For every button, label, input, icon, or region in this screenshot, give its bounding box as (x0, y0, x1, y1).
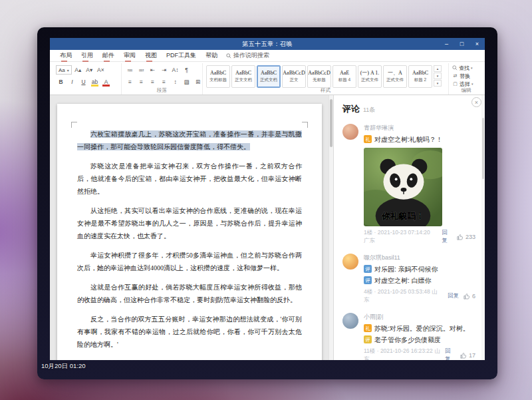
highlight-color-button[interactable]: ab (90, 77, 100, 87)
chevron-down-icon: ▾ (471, 82, 473, 86)
minimize-button[interactable]: – (439, 38, 454, 50)
style-item[interactable]: AaBbCcD 无标题 (307, 65, 331, 88)
paragraph-group-label: 段落 (122, 87, 202, 94)
reply-button[interactable]: 回复 (442, 229, 452, 245)
tab-references[interactable]: 引用 (76, 50, 98, 62)
like-button[interactable]: 6 (464, 293, 475, 300)
comment-item: 噬尔琪basil11 评 对乐园: 亲妈不伺候你 评 对虚空之树: 白嫖你 4楼… (342, 254, 475, 304)
grow-font-button[interactable]: A▴ (73, 65, 83, 75)
style-item[interactable]: AaE 标题 4 (332, 65, 356, 88)
scrollbar-thumb[interactable] (330, 99, 332, 147)
chapter-chat-icon: 评 (364, 265, 372, 273)
replace-button[interactable]: ⇄ 替换 (452, 72, 480, 80)
style-item[interactable]: AaBbC 标题 2 (408, 65, 432, 88)
align-right-button[interactable]: ≡ (148, 77, 158, 87)
styles-scroll-down-button[interactable]: ▾ (434, 73, 442, 79)
like-button[interactable]: 233 (457, 234, 475, 240)
avatar[interactable] (342, 124, 358, 140)
chevron-down-icon: ▾ (471, 66, 473, 70)
reply-button[interactable]: 回复 (445, 347, 456, 360)
tab-mailings[interactable]: 邮件 (98, 50, 119, 62)
style-item[interactable]: (一) A 1. 正式文件 (358, 65, 382, 88)
shading-button[interactable]: ▨ (182, 77, 192, 87)
panda-image[interactable]: 你礼貌吗！ (364, 148, 442, 226)
reply-button[interactable]: 回复 (448, 292, 459, 300)
align-center-button[interactable]: ≡ (136, 77, 146, 87)
screen-bezel: 第五十五章：召唤 – □ × 布局 引用 邮件 审阅 视图 PDF工具集 帮助 (37, 27, 497, 379)
doc-paragraph[interactable]: 幸运女神积攒了很多年，才积攒50多滴幸运神血，但之前与苏晓合作两次后，她的幸运神… (77, 249, 302, 274)
tab-view[interactable]: 视图 (140, 50, 162, 62)
doc-paragraph[interactable]: 苏晓这次是准备把幸运女神召来，双方合作操作一番，之前双方合作后，他就准备今后的宝… (77, 160, 302, 198)
numbering-button[interactable]: ≕ (136, 65, 146, 75)
borders-button[interactable]: ⊞ (193, 77, 203, 87)
align-left-button[interactable]: ≡ (125, 77, 135, 87)
doc-paragraph[interactable]: 从这拒绝，其实可以看出幸运女神的合作底线，更准确的说，现在幸运女神是最不希望苏晓… (77, 204, 302, 242)
font-color-button[interactable]: A (101, 77, 111, 87)
line-spacing-button[interactable]: ↕ (170, 77, 180, 87)
scrollbar-thumb[interactable] (482, 118, 484, 179)
comment-username[interactable]: 小雨|剧 (364, 313, 475, 321)
like-count: 6 (472, 293, 475, 300)
doc-paragraph[interactable]: 反之，当合作的双方五五分账时，幸运女神那边的想法就变成，'你可别有事啊，我家有不… (77, 313, 302, 351)
bold-button[interactable]: B (56, 77, 66, 87)
justify-button[interactable]: ≡ (159, 77, 169, 87)
style-item-selected[interactable]: AaBbC 正式文档 (257, 65, 281, 88)
find-button[interactable]: 查找 ▾ (452, 64, 480, 72)
comment-username[interactable]: 青辞华琳演 (364, 124, 475, 132)
comment-text: 对乐园: 亲妈不伺候你 (374, 264, 438, 274)
doc-paragraph[interactable]: 让幸运女神帮忙开宝箱的计划之所以破产，是因为幸运女神的神灵因素。 (77, 357, 302, 360)
indent-button[interactable]: ⇥ (159, 65, 169, 75)
pilcrow-button[interactable]: ¶ (182, 65, 192, 75)
paragraph-group: ≔ ≕ ⇤ ⇥ A↕ ¶ ≡ ≡ ≡ ≡ ↕ ▨ ⊞ (122, 63, 203, 95)
gift-tag-icon: 礼 (364, 135, 372, 143)
window-title: 第五十五章：召唤 (50, 40, 485, 49)
style-item[interactable]: AaBbC 正文文档 (231, 65, 255, 88)
sort-button[interactable]: A↕ (170, 65, 180, 75)
word-window: 第五十五章：召唤 – □ × 布局 引用 邮件 审阅 视图 PDF工具集 帮助 (50, 38, 485, 360)
underline-button[interactable]: U (78, 77, 88, 87)
style-item[interactable]: AaBbCcD 正文 (282, 65, 306, 88)
tab-review[interactable]: 审阅 (119, 50, 140, 62)
avatar[interactable] (342, 313, 358, 329)
outdent-button[interactable]: ⇤ (148, 65, 158, 75)
comment-text: 老子管你多少负债额度 (374, 335, 441, 345)
document-scrollbar[interactable] (329, 95, 333, 360)
font-name-select[interactable]: Aa ▾ (56, 65, 72, 75)
maximize-button[interactable]: □ (454, 38, 469, 50)
comment-text: 对虚空之树: 白嫖你 (374, 276, 432, 286)
selected-text: 六枚宝箱摆放桌几上，苏晓这次开宝箱，准备操作一番，并非是与凯撒一同操作，那可能会… (77, 130, 302, 150)
avatar[interactable] (342, 254, 358, 270)
italic-button[interactable]: I (67, 77, 77, 87)
close-button[interactable]: × (469, 38, 485, 50)
doc-paragraph[interactable]: 这就是合作互赢的好处，倘若苏晓大幅度压榨幸运女神所得收益，那他的收益的确高，但这… (77, 281, 302, 306)
photo-timestamp: 10月20日 01:20 (41, 362, 86, 371)
chapter-chat-icon: 评 (364, 276, 372, 284)
tab-layout[interactable]: 布局 (55, 50, 76, 62)
like-button[interactable]: 17 (460, 352, 475, 359)
shrink-font-button[interactable]: A▾ (84, 65, 94, 75)
chevron-down-icon: ▾ (67, 68, 69, 73)
chapter-chat-icon: 评 (364, 335, 372, 343)
gift-tag-icon: 礼 (364, 324, 372, 332)
bullets-button[interactable]: ≔ (125, 65, 135, 75)
comment-text: 对虚空之树:礼貌吗？！ (374, 134, 443, 144)
comment-meta: 11楼 · 2021-10-26 16:23:22 山东 (364, 347, 440, 360)
doc-paragraph[interactable]: 六枚宝箱摆放桌几上，苏晓这次开宝箱，准备操作一番，并非是与凯撒一同操作，那可能会… (77, 128, 302, 153)
style-item[interactable]: AaBbC 文档标题 (206, 65, 230, 88)
comment-meta: 1楼 · 2021-10-23 07:14:20 广东 (364, 229, 437, 245)
style-item[interactable]: 一、A 正式文件 (383, 65, 407, 88)
document-area: 六枚宝箱摆放桌几上，苏晓这次开宝箱，准备操作一番，并非是与凯撒一同操作，那可能会… (50, 95, 333, 360)
comment-meta: 4楼 · 2021-10-25 03:53:48 山东 (364, 288, 443, 304)
styles-more-button[interactable]: ▾ (434, 80, 442, 87)
comment-item: 小雨|剧 礼 苏晓:对乐园。爱的深沉。对树。 评 老子管你多少负债额度 11楼 … (342, 313, 475, 360)
close-comments-button[interactable]: × (471, 97, 481, 107)
tell-me-search[interactable]: 操作说明搜索 (226, 51, 269, 60)
clear-formatting-button[interactable]: A× (96, 65, 106, 75)
tab-help[interactable]: 帮助 (201, 50, 222, 62)
tab-pdf-tools[interactable]: PDF工具集 (162, 50, 201, 62)
search-icon (226, 53, 231, 59)
comment-username[interactable]: 噬尔琪basil11 (364, 254, 475, 262)
styles-scroll-up-button[interactable]: ▴ (434, 65, 442, 72)
document-page[interactable]: 六枚宝箱摆放桌几上，苏晓这次开宝箱，准备操作一番，并非是与凯撒一同操作，那可能会… (57, 104, 322, 360)
comments-scrollbar[interactable] (481, 95, 485, 360)
